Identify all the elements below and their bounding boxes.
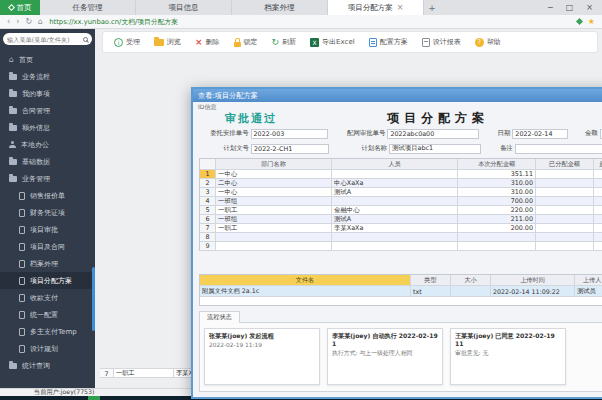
home-icon[interactable]: ⌂ bbox=[38, 18, 43, 26]
lock-button[interactable]: 锁定 bbox=[234, 37, 258, 47]
sidebar-item-label: 项目审批 bbox=[30, 225, 58, 235]
sidebar-item-business-mgmt[interactable]: 业务管理 bbox=[0, 170, 95, 187]
sidebar-item-extra-info[interactable]: 额外信息 bbox=[0, 119, 95, 136]
filename-cell: 附属文件文档 2a.1c bbox=[200, 286, 411, 297]
delete-button[interactable]: 删除 bbox=[195, 37, 220, 47]
home-icon: ⌂ bbox=[9, 56, 14, 64]
row-number: 6 bbox=[200, 215, 216, 224]
sidebar-item-home[interactable]: ⌂首页 bbox=[0, 51, 95, 68]
sidebar-item-base-data[interactable]: 基础数据 bbox=[0, 153, 95, 170]
plan-number-field[interactable]: 2022-2-CH1 bbox=[251, 144, 329, 154]
sidebar-item-contracts[interactable]: 合同管理 bbox=[0, 102, 95, 119]
search-input[interactable] bbox=[7, 36, 81, 43]
plan-name-field[interactable]: 测试项目abc1 bbox=[389, 144, 481, 154]
url-input[interactable]: https://xx.yunbao.cn/文档/项目分配方案 bbox=[49, 17, 571, 27]
field-label: 计划名称 bbox=[337, 144, 389, 153]
refresh-icon bbox=[272, 38, 280, 47]
export-excel-button[interactable]: 导出Excel bbox=[310, 37, 355, 47]
config-scheme-button[interactable]: 配置方案 bbox=[369, 37, 408, 47]
search-icon[interactable] bbox=[83, 37, 88, 42]
accept-button[interactable]: 受理 bbox=[114, 37, 140, 47]
sidebar-item-my-items[interactable]: 我的事项 bbox=[0, 85, 95, 102]
sidebar-item-label: 基础数据 bbox=[22, 157, 50, 167]
folder-icon bbox=[9, 176, 17, 182]
help-button[interactable]: 帮助 bbox=[475, 37, 501, 47]
workflow-status-tab[interactable]: 流程状态 bbox=[199, 311, 240, 323]
checkbox-cell bbox=[594, 197, 602, 206]
checkbox-cell bbox=[594, 224, 602, 233]
sidebar-item-design-plan[interactable]: 设计规划 bbox=[0, 340, 95, 357]
tab-home[interactable]: 首页 bbox=[0, 0, 40, 15]
sidebar-item-multi-pay-temp[interactable]: 多主支付Temp bbox=[0, 323, 95, 340]
document-icon bbox=[19, 294, 25, 302]
allocated-cell bbox=[536, 188, 594, 197]
sidebar-item-project-approval[interactable]: 项目审批 bbox=[0, 221, 95, 238]
sidebar-item-archive-handling[interactable]: 档案外理 bbox=[0, 255, 95, 272]
table-row[interactable]: 5一职工金融中心220.00 bbox=[200, 206, 602, 215]
person-cell: 测试A bbox=[332, 188, 458, 197]
workflow-card-auto-execute: 李某某(joey) 自动执行 2022-02-19 1 执行方式: 与上一级处理… bbox=[327, 328, 443, 385]
extension-icon[interactable] bbox=[576, 18, 583, 25]
dept-cell: 一职工 bbox=[216, 224, 332, 233]
table-row[interactable]: 7一职工李某XaXa200.00 bbox=[200, 224, 602, 233]
sidebar-item-statistics[interactable]: 统计查询 bbox=[0, 357, 95, 374]
table-row[interactable]: 6一班组测试A211.00 bbox=[200, 215, 602, 224]
tab-project-info[interactable]: 项目信息 bbox=[136, 0, 232, 15]
upload-time-cell: 2022-02-14 11:09:22 bbox=[491, 286, 575, 297]
header-allocated: 已分配金额 bbox=[536, 159, 594, 170]
amount-cell: 211.00 bbox=[458, 215, 536, 224]
table-row[interactable]: 2二中心中心XaXa310.00 bbox=[200, 179, 602, 188]
table-row[interactable]: 4一班组700.00 bbox=[200, 197, 602, 206]
table-row[interactable]: 9 bbox=[200, 242, 602, 251]
sidebar-item-payment[interactable]: 收款支付 bbox=[0, 289, 95, 306]
sidebar-item-finance-voucher[interactable]: 财务凭证项 bbox=[0, 204, 95, 221]
field-label: 计划文号 bbox=[199, 144, 251, 153]
allocated-cell bbox=[536, 215, 594, 224]
refresh-button[interactable]: 刷新 bbox=[272, 37, 297, 47]
sidebar-item-unified-config[interactable]: 统一配置 bbox=[0, 306, 95, 323]
checkbox-cell bbox=[594, 179, 602, 188]
forward-icon[interactable]: › bbox=[16, 18, 19, 26]
field-label: 金额 bbox=[576, 129, 600, 138]
sidebar-item-sales-quote[interactable]: 销售报价单 bbox=[0, 187, 95, 204]
favorite-star-icon[interactable]: ★ bbox=[588, 17, 595, 26]
allocated-cell bbox=[536, 197, 594, 206]
table-row[interactable]: 3一中心测试A310.00 bbox=[200, 188, 602, 197]
remark-field[interactable] bbox=[515, 144, 602, 154]
grid-approval-number-field[interactable]: 2022abc0a00 bbox=[387, 129, 478, 139]
person-cell bbox=[332, 242, 458, 251]
document-icon bbox=[19, 328, 25, 336]
card-line: 审批意见: 无 bbox=[455, 350, 561, 358]
header-type: 类型 bbox=[411, 275, 451, 286]
new-tab-button[interactable]: + bbox=[424, 0, 440, 15]
sidebar-item-local-office[interactable]: 本地办公 bbox=[0, 136, 95, 153]
modal-title-bar[interactable]: 查看:项目分配方案 × bbox=[193, 89, 602, 102]
tab-task-management[interactable]: 任务管理 bbox=[40, 0, 136, 15]
minimize-button[interactable]: ─ bbox=[548, 3, 553, 12]
table-row[interactable]: 8 bbox=[200, 233, 602, 242]
folder-icon bbox=[154, 39, 164, 46]
table-row[interactable]: 1一中心351.11 bbox=[200, 170, 602, 179]
date-field[interactable]: 2022-02-14 bbox=[512, 129, 568, 139]
design-report-button[interactable]: 设计报表 bbox=[422, 37, 461, 47]
tab-project-allocation[interactable]: 项目分配方案 × bbox=[328, 0, 424, 15]
sidebar-item-project-allocation[interactable]: 项目分配方案 bbox=[0, 272, 95, 289]
tab-archive[interactable]: 档案外理 bbox=[232, 0, 328, 15]
workflow-card-approved: 王某某(joey) 已同意 2022-02-19 11 审批意见: 无 bbox=[450, 328, 566, 385]
dept-cell: 一班组 bbox=[216, 197, 332, 206]
tab-close-icon[interactable]: × bbox=[397, 3, 404, 12]
allocated-cell bbox=[536, 224, 594, 233]
attachment-row[interactable]: 附属文件文档 2a.1c txt 2022-02-14 11:09:22 测试员… bbox=[200, 286, 602, 297]
browse-button[interactable]: 浏览 bbox=[154, 37, 181, 47]
entrust-number-field[interactable]: 2022-003 bbox=[251, 129, 328, 139]
refresh-icon[interactable]: ↻ bbox=[25, 18, 32, 26]
maximize-button[interactable]: □ bbox=[566, 3, 574, 12]
back-icon[interactable]: ‹ bbox=[7, 18, 10, 26]
dept-cell: 一班组 bbox=[216, 215, 332, 224]
lock-icon bbox=[234, 42, 241, 47]
sidebar-item-workflow[interactable]: 业务流程 bbox=[0, 68, 95, 85]
form-row: 计划文号 2022-2-CH1 计划名称 测试项目abc1 备注 bbox=[199, 142, 602, 155]
close-button[interactable]: × bbox=[586, 3, 593, 12]
sidebar-item-project-contract[interactable]: 项目及合同 bbox=[0, 238, 95, 255]
card-line: 2022-02-19 11:19 bbox=[209, 342, 315, 350]
